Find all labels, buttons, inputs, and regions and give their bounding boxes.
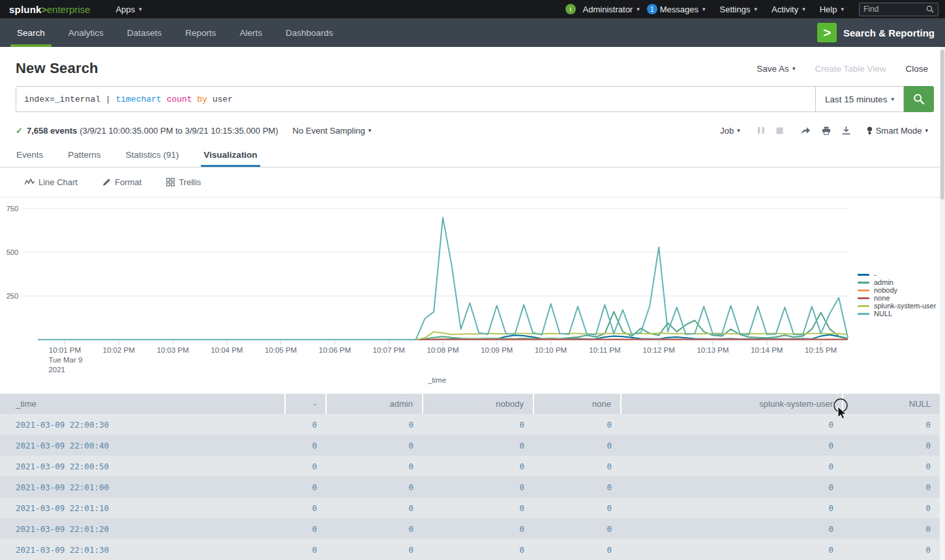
help-menu[interactable]: Help ▾ xyxy=(820,5,844,14)
cell-value[interactable]: 0 xyxy=(533,477,621,497)
line-chart[interactable]: 25050075010:01 PMTue Mar 9202110:02 PM10… xyxy=(0,198,945,392)
app-tab-search[interactable]: Search xyxy=(16,18,46,47)
column-header-_time[interactable]: _time xyxy=(0,394,285,414)
scrollbar-thumb[interactable] xyxy=(940,50,944,199)
cell-value[interactable]: 0 xyxy=(285,456,326,477)
cell-time[interactable]: 2021-03-09 22:00:50 xyxy=(0,456,285,477)
find-input[interactable]: Find xyxy=(859,3,938,16)
column-header--[interactable]: - xyxy=(285,394,326,414)
cell-value[interactable]: 0 xyxy=(326,539,423,560)
event-sampling-menu[interactable]: No Event Sampling ▾ xyxy=(293,126,372,136)
legend-item-nobody[interactable]: nobody xyxy=(858,286,936,294)
vertical-scrollbar[interactable] xyxy=(940,47,945,560)
column-header-nobody[interactable]: nobody xyxy=(423,394,533,414)
cell-value[interactable]: 0 xyxy=(621,497,843,518)
column-header-admin[interactable]: admin xyxy=(326,394,423,414)
cell-value[interactable]: 0 xyxy=(533,497,621,518)
stop-icon[interactable] xyxy=(776,126,783,134)
cell-value[interactable]: 0 xyxy=(326,414,423,435)
cell-value[interactable]: 0 xyxy=(621,518,843,539)
search-query-input[interactable]: index=_internal | timechart count by use… xyxy=(16,86,816,112)
cell-value[interactable]: 0 xyxy=(621,477,843,497)
cell-value[interactable]: 0 xyxy=(843,539,940,560)
apps-menu[interactable]: Apps ▾ xyxy=(115,5,142,14)
legend-item-null[interactable]: NULL xyxy=(858,310,936,317)
administrator-menu[interactable]: Administrator ▾ xyxy=(583,5,640,14)
cell-value[interactable]: 0 xyxy=(285,539,326,560)
cell-value[interactable]: 0 xyxy=(621,435,843,456)
legend-item--[interactable]: - xyxy=(858,271,936,278)
series-line-null[interactable] xyxy=(38,217,848,340)
app-tab-datasets[interactable]: Datasets xyxy=(126,18,163,47)
cell-time[interactable]: 2021-03-09 22:01:30 xyxy=(0,539,285,560)
share-icon[interactable] xyxy=(801,126,811,135)
cell-value[interactable]: 0 xyxy=(285,477,326,497)
cell-value[interactable]: 0 xyxy=(326,456,423,477)
cell-value[interactable]: 0 xyxy=(533,456,621,477)
cell-value[interactable]: 0 xyxy=(621,414,843,435)
cell-value[interactable]: 0 xyxy=(423,414,533,435)
cell-value[interactable]: 0 xyxy=(843,518,940,539)
cell-value[interactable]: 0 xyxy=(326,518,423,539)
cell-value[interactable]: 0 xyxy=(843,477,940,497)
cell-time[interactable]: 2021-03-09 22:00:40 xyxy=(0,435,285,456)
cell-value[interactable]: 0 xyxy=(843,497,940,518)
column-header-null[interactable]: NULL xyxy=(843,394,940,414)
tab-visualization[interactable]: Visualization xyxy=(201,144,260,167)
app-tab-dashboards[interactable]: Dashboards xyxy=(284,18,335,47)
tab-patterns[interactable]: Patterns xyxy=(65,144,103,167)
cell-value[interactable]: 0 xyxy=(621,456,843,477)
cell-value[interactable]: 0 xyxy=(843,414,940,435)
legend-item-none[interactable]: none xyxy=(858,294,936,302)
app-tab-alerts[interactable]: Alerts xyxy=(238,18,263,47)
cell-value[interactable]: 0 xyxy=(423,518,533,539)
save-as-button[interactable]: Save As ▾ xyxy=(757,64,795,74)
splunk-logo[interactable]: splunk>enterprise xyxy=(9,4,90,15)
cell-value[interactable]: 0 xyxy=(533,539,621,560)
pause-icon[interactable] xyxy=(758,126,765,134)
tab-statistics-91[interactable]: Statistics (91) xyxy=(123,144,182,167)
column-header-none[interactable]: none xyxy=(533,394,621,414)
series-line-admin[interactable] xyxy=(38,312,848,340)
run-search-button[interactable] xyxy=(904,86,934,112)
cell-value[interactable]: 0 xyxy=(843,456,940,477)
cell-value[interactable]: 0 xyxy=(533,414,621,435)
cell-value[interactable]: 0 xyxy=(326,477,423,497)
current-app[interactable]: > Search & Reporting xyxy=(817,18,935,47)
cell-value[interactable]: 0 xyxy=(843,435,940,456)
chart-type-picker[interactable]: Line Chart xyxy=(25,177,78,187)
activity-menu[interactable]: Activity ▾ xyxy=(772,5,805,14)
cell-value[interactable]: 0 xyxy=(285,497,326,518)
job-menu[interactable]: Job ▾ xyxy=(720,126,740,136)
search-mode-menu[interactable]: Smart Mode ▾ xyxy=(867,126,928,136)
format-button[interactable]: Format xyxy=(102,177,142,187)
time-range-picker[interactable]: Last 15 minutes ▾ xyxy=(816,86,904,112)
column-header-splunk-system-user[interactable]: splunk-system-user xyxy=(621,394,843,414)
legend-item-splunk-system-user[interactable]: splunk-system-user xyxy=(858,302,936,310)
legend-item-admin[interactable]: admin xyxy=(858,278,936,286)
cell-value[interactable]: 0 xyxy=(533,518,621,539)
cell-time[interactable]: 2021-03-09 22:01:20 xyxy=(0,518,285,539)
cell-time[interactable]: 2021-03-09 22:01:00 xyxy=(0,477,285,497)
app-tab-reports[interactable]: Reports xyxy=(184,18,217,47)
trellis-button[interactable]: Trellis xyxy=(166,177,201,187)
cell-value[interactable]: 0 xyxy=(326,435,423,456)
cell-value[interactable]: 0 xyxy=(423,477,533,497)
cell-value[interactable]: 0 xyxy=(423,435,533,456)
info-icon[interactable]: i xyxy=(565,4,576,14)
cell-value[interactable]: 0 xyxy=(621,539,843,560)
cell-value[interactable]: 0 xyxy=(285,518,326,539)
close-button[interactable]: Close xyxy=(905,64,928,74)
print-icon[interactable] xyxy=(822,126,831,135)
cell-value[interactable]: 0 xyxy=(285,414,326,435)
cell-value[interactable]: 0 xyxy=(533,435,621,456)
cell-time[interactable]: 2021-03-09 22:00:30 xyxy=(0,414,285,435)
messages-menu[interactable]: Messages ▾ xyxy=(660,5,706,14)
cell-value[interactable]: 0 xyxy=(285,435,326,456)
cell-value[interactable]: 0 xyxy=(326,497,423,518)
cell-value[interactable]: 0 xyxy=(423,539,533,560)
settings-menu[interactable]: Settings ▾ xyxy=(720,5,758,14)
cell-time[interactable]: 2021-03-09 22:01:10 xyxy=(0,497,285,518)
app-tab-analytics[interactable]: Analytics xyxy=(67,18,105,47)
create-table-view-button[interactable]: Create Table View xyxy=(815,64,886,74)
